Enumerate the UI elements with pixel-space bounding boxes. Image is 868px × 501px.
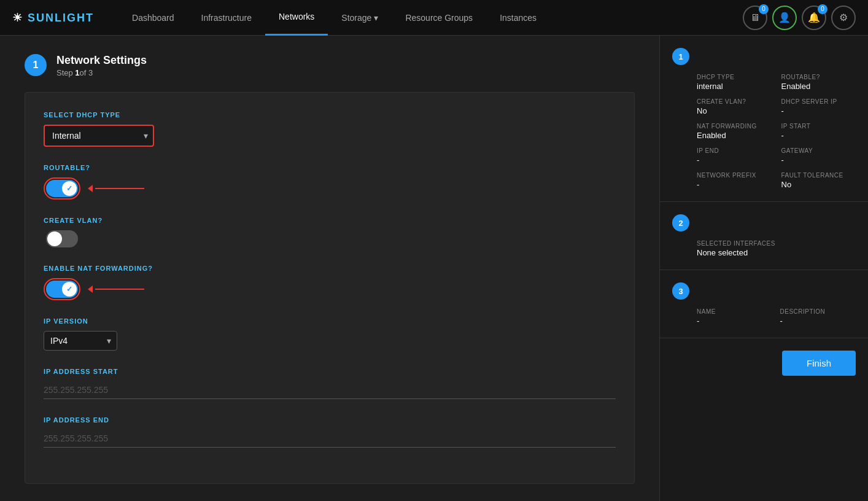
create-vlan-field: CREATE VLAN? <box>44 217 616 247</box>
top-navigation: ☀ SUNLIGHT Dashboard Infrastructure Netw… <box>0 0 868 36</box>
summary-name: NAME - <box>697 308 773 325</box>
summary-ip-end: IP END - <box>697 147 772 165</box>
ip-version-select[interactable]: IPv4 IPv6 <box>44 331 117 351</box>
nat-forwarding-label: ENABLE NAT FORWARDING? <box>44 265 616 272</box>
summary-step3-header: 3 <box>672 282 856 300</box>
ip-end-field: IP ADDRESS END <box>44 416 616 448</box>
form-card: SELECT DHCP TYPE Internal External Custo… <box>25 92 635 484</box>
settings-button[interactable]: ⚙ <box>831 6 856 30</box>
dhcp-type-field: SELECT DHCP TYPE Internal External Custo… <box>44 111 616 147</box>
nav-networks[interactable]: Networks <box>265 0 328 36</box>
summary-gateway: GATEWAY - <box>781 147 856 165</box>
ip-version-field: IP VERSION IPv4 IPv6 <box>44 317 616 351</box>
create-vlan-toggle[interactable] <box>46 230 78 247</box>
monitor-badge: 0 <box>759 4 769 14</box>
step-header: 1 Network Settings Step 1of 3 <box>25 54 635 77</box>
nat-arrow-line <box>95 289 144 290</box>
routable-toggle-border: ✓ <box>44 177 80 200</box>
summary-create-vlan: CREATE VLAN? No <box>697 98 772 115</box>
nat-arrow-head-icon <box>88 285 93 293</box>
arrow-line <box>95 188 144 189</box>
summary-fault-tolerance: FAULT TOLERANCE No <box>781 172 856 189</box>
gear-icon: ⚙ <box>839 12 848 23</box>
summary-step2: 2 SELECTED INTERFACES None selected <box>660 202 868 270</box>
summary-step3-fields: NAME - DESCRIPTION - <box>697 308 856 325</box>
finish-section: Finish <box>660 338 868 388</box>
create-vlan-label: CREATE VLAN? <box>44 217 616 224</box>
ip-start-label: IP ADDRESS START <box>44 368 616 375</box>
main-layout: 1 Network Settings Step 1of 3 SELECT DHC… <box>0 36 868 501</box>
step-number-circle: 1 <box>25 54 47 76</box>
step-subtitle: Step 1of 3 <box>56 68 147 77</box>
summary-step3: 3 NAME - DESCRIPTION - <box>660 270 868 338</box>
summary-step2-header: 2 <box>672 214 856 231</box>
nav-dashboard[interactable]: Dashboard <box>118 0 188 36</box>
bell-button[interactable]: 🔔 0 <box>802 6 826 30</box>
summary-step2-circle: 2 <box>672 214 689 231</box>
nav-resource-groups[interactable]: Resource Groups <box>392 0 486 36</box>
routable-toggle[interactable]: ✓ <box>46 180 78 197</box>
nat-toggle[interactable]: ✓ <box>46 281 78 298</box>
summary-step3-circle: 3 <box>672 282 689 300</box>
routable-toggle-row: ✓ <box>44 177 616 200</box>
summary-description: DESCRIPTION - <box>780 308 856 325</box>
summary-step1-circle: 1 <box>672 48 689 65</box>
routable-field: ROUTABLE? ✓ <box>44 164 616 200</box>
summary-nat-forwarding: NAT FORWARDING Enabled <box>697 123 772 140</box>
summary-step1: 1 DHCP TYPE internal ROUTABLE? Enabled C… <box>660 36 868 202</box>
nat-forwarding-field: ENABLE NAT FORWARDING? ✓ <box>44 265 616 300</box>
dhcp-type-select[interactable]: Internal External Custom <box>44 125 154 147</box>
nat-toggle-border: ✓ <box>44 278 80 300</box>
dhcp-type-label: SELECT DHCP TYPE <box>44 111 616 118</box>
ip-start-field: IP ADDRESS START <box>44 368 616 399</box>
summary-ip-start: IP START - <box>781 123 856 140</box>
routable-arrow <box>88 185 144 192</box>
ip-version-select-wrapper: IPv4 IPv6 <box>44 331 117 351</box>
nat-toggle-check-icon: ✓ <box>66 285 72 293</box>
nav-links: Dashboard Infrastructure Networks Storag… <box>118 0 743 36</box>
summary-dhcp-server-ip: DHCP SERVER IP - <box>781 98 856 115</box>
nav-storage[interactable]: Storage ▾ <box>328 0 392 36</box>
summary-routable: ROUTABLE? Enabled <box>781 74 856 91</box>
monitor-icon: 🖥 <box>750 12 760 23</box>
create-vlan-knob <box>47 231 62 246</box>
user-profile-button[interactable]: 👤 <box>772 6 797 30</box>
user-icon: 👤 <box>778 12 791 23</box>
nat-arrow <box>88 285 144 293</box>
ip-end-input[interactable] <box>44 430 616 448</box>
ip-start-input[interactable] <box>44 381 616 399</box>
nav-right-icons: 🖥 0 👤 🔔 0 ⚙ <box>743 6 856 30</box>
left-panel: 1 Network Settings Step 1of 3 SELECT DHC… <box>0 36 659 501</box>
ip-version-label: IP VERSION <box>44 317 616 325</box>
summary-step1-fields: DHCP TYPE internal ROUTABLE? Enabled CRE… <box>697 74 856 189</box>
step-title-group: Network Settings Step 1of 3 <box>56 54 147 77</box>
finish-button[interactable]: Finish <box>782 351 856 376</box>
routable-toggle-knob: ✓ <box>62 181 77 196</box>
arrow-head-icon <box>88 185 93 192</box>
nav-infrastructure[interactable]: Infrastructure <box>188 0 265 36</box>
logo: ☀ SUNLIGHT <box>12 11 94 25</box>
ip-end-label: IP ADDRESS END <box>44 416 616 424</box>
nat-toggle-row: ✓ <box>44 278 616 300</box>
toggle-check-icon: ✓ <box>66 184 72 193</box>
summary-network-prefix: NETWORK PREFIX - <box>697 172 772 189</box>
bell-icon: 🔔 <box>808 12 820 23</box>
summary-step1-header: 1 <box>672 48 856 65</box>
nat-toggle-knob: ✓ <box>62 282 77 297</box>
summary-step2-content: SELECTED INTERFACES None selected <box>697 240 856 257</box>
monitor-button[interactable]: 🖥 0 <box>743 6 767 30</box>
storage-dropdown-icon: ▾ <box>374 13 378 23</box>
bell-badge: 0 <box>818 4 827 14</box>
nav-instances[interactable]: Instances <box>486 0 550 36</box>
step-title: Network Settings <box>56 54 147 67</box>
dhcp-select-wrapper: Internal External Custom <box>44 125 154 147</box>
summary-dhcp-type: DHCP TYPE internal <box>697 74 772 91</box>
right-panel: 1 DHCP TYPE internal ROUTABLE? Enabled C… <box>659 36 868 501</box>
routable-label: ROUTABLE? <box>44 164 616 171</box>
